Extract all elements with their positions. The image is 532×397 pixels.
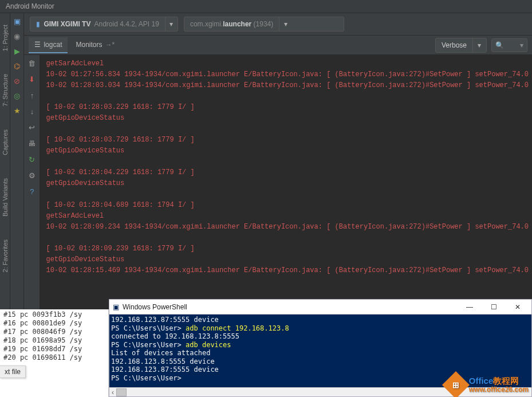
log-search[interactable]: 🔍 ▾: [491, 38, 527, 52]
chevron-down-icon[interactable]: ▾: [472, 38, 485, 52]
log-line: getGpioDeviceStatus: [46, 113, 529, 124]
log-line: [46, 124, 529, 135]
scroll-left-icon[interactable]: ‹: [109, 388, 116, 396]
ps-line: PS C:\Users\User> adb devices: [111, 341, 530, 349]
help-icon[interactable]: ?: [27, 187, 37, 196]
tab-captures[interactable]: Captures: [2, 129, 9, 155]
log-line: 10-02 01:28:09.234 1934-1934/com.xgimi.l…: [46, 222, 529, 233]
down-icon[interactable]: ↓: [27, 107, 37, 116]
ps-line: PS C:\Users\User> adb connect 192.168.12…: [111, 324, 530, 333]
log-line: getSarAdcLevel: [46, 58, 529, 69]
ps-line: 192.168.123.87:5555 device: [111, 316, 530, 324]
tab-project[interactable]: 1: Project: [2, 25, 9, 51]
tab-favorites[interactable]: 2: Favorites: [2, 239, 9, 272]
tab-logcat-label: logcat: [44, 41, 62, 49]
stack-row: #19 pc 01698dd7 /sy: [3, 345, 105, 353]
close-button[interactable]: ✕: [506, 301, 529, 313]
stack-row: #18 pc 01698a95 /sy: [3, 336, 105, 345]
struct-icon[interactable]: ⌬: [13, 61, 22, 70]
stack-row: #15 pc 0093f1b3 /sy: [3, 310, 105, 319]
watermark-url: www.office26.com: [469, 386, 529, 394]
log-line: getGpioDeviceStatus: [46, 146, 529, 156]
log-line: [ 10-02 01:28:04.689 1618: 1794 I/ ]: [46, 200, 529, 211]
wrap-icon[interactable]: ↩: [27, 123, 37, 132]
process-pid: (1934): [254, 20, 274, 28]
ps-line: 192.168.123.8:5555 device: [111, 357, 530, 366]
chevron-down-icon[interactable]: ▾: [279, 17, 291, 31]
log-line: 10-02 01:28:03.034 1934-1934/com.xgimi.l…: [46, 80, 529, 91]
phone-icon: ▮: [36, 20, 40, 28]
log-line: [46, 156, 529, 167]
tab-monitors-label: Monitors: [76, 41, 102, 49]
logcat-icon: ☰: [34, 41, 41, 49]
device-info: Android 4.4.2, API 19: [94, 20, 159, 28]
powershell-title: Windows PowerShell: [123, 303, 187, 311]
logcat-tab-row: ☰ logcat Monitors →* Verbose ▾ 🔍 ▾: [24, 36, 532, 55]
log-line: [ 10-02 01:28:09.239 1618: 1779 I/ ]: [46, 243, 529, 254]
tab-monitors[interactable]: Monitors →*: [70, 37, 120, 53]
watermark: ⊞ Office教程网 www.office26.com: [446, 375, 529, 395]
tab-structure[interactable]: 7: Structure: [2, 74, 9, 107]
log-level-combo[interactable]: Verbose ▾: [435, 38, 487, 53]
ps-line: 192.168.123.87:5555 device: [111, 365, 530, 374]
minimize-button[interactable]: —: [458, 301, 481, 313]
watermark-icon: ⊞: [442, 371, 470, 397]
log-level-value: Verbose: [436, 41, 472, 49]
log-line: [ 10-02 01:28:03.729 1618: 1779 I/ ]: [46, 135, 529, 146]
log-line: getSarAdcLevel: [46, 211, 529, 222]
tab-build-variants[interactable]: Build Variants: [2, 178, 9, 217]
log-line: getGpioDeviceStatus: [46, 178, 529, 189]
gear-icon[interactable]: ⚙: [27, 171, 37, 180]
powershell-titlebar[interactable]: ▣ Windows PowerShell — ☐ ✕: [109, 300, 531, 315]
stack-row: #17 pc 008046f9 /sy: [3, 328, 105, 336]
star-icon[interactable]: ★: [13, 106, 22, 115]
device-icon[interactable]: ▣: [13, 17, 22, 26]
target-icon[interactable]: ◎: [13, 91, 22, 100]
txt-file-tab[interactable]: xt file: [0, 365, 26, 378]
device-name: GIMI XGIMI TV: [44, 20, 90, 28]
stack-row: #16 pc 00801de9 /sy: [3, 319, 105, 328]
up-icon[interactable]: ↑: [27, 91, 37, 100]
process-name: launcher: [223, 20, 251, 28]
android-monitor-title: Android Monitor: [0, 0, 532, 13]
ps-line: connected to 192.168.123.8:5555: [111, 332, 530, 341]
export-icon[interactable]: ⬇: [27, 74, 37, 84]
search-input[interactable]: [506, 41, 518, 49]
print-icon[interactable]: 🖶: [27, 139, 37, 148]
log-line: 10-02 01:27:56.834 1934-1934/com.xgimi.l…: [46, 69, 529, 80]
log-line: [46, 233, 529, 243]
chevron-down-icon[interactable]: ▾: [520, 41, 523, 49]
chevron-down-icon[interactable]: ▾: [165, 17, 178, 31]
ps-line: List of devices attached: [111, 349, 530, 357]
scroll-thumb[interactable]: [116, 388, 127, 396]
stack-trace-pane[interactable]: #15 pc 0093f1b3 /sy#16 pc 00801de9 /sy#1…: [0, 309, 109, 397]
process-combo[interactable]: com.xgimi.launcher (1934) ▾: [184, 17, 344, 32]
maximize-button[interactable]: ☐: [482, 301, 505, 313]
log-line: [ 10-02 01:28:04.229 1618: 1779 I/ ]: [46, 167, 529, 178]
powershell-icon: ▣: [113, 303, 119, 311]
restart-icon[interactable]: ↻: [27, 155, 37, 164]
camera-icon[interactable]: ◉: [13, 32, 22, 41]
log-line: [ 10-02 01:28:03.229 1618: 1779 I/ ]: [46, 102, 529, 113]
search-icon: 🔍: [495, 41, 504, 49]
stack-row: #20 pc 01698611 /sy: [3, 353, 105, 362]
play-icon[interactable]: ▶: [13, 46, 22, 56]
log-line: [46, 91, 529, 102]
trash-icon[interactable]: 🗑: [27, 58, 37, 68]
tab-logcat[interactable]: ☰ logcat: [29, 37, 68, 53]
popout-icon: →*: [105, 41, 115, 49]
log-line: [46, 189, 529, 200]
log-line: getGpioDeviceStatus: [46, 254, 529, 265]
log-line: 10-02 01:28:15.469 1934-1934/com.xgimi.l…: [46, 265, 529, 276]
stop-icon[interactable]: ⊘: [13, 76, 22, 85]
device-combo[interactable]: ▮ GIMI XGIMI TV Android 4.4.2, API 19 ▾: [30, 17, 178, 32]
device-selector-row: ▮ GIMI XGIMI TV Android 4.4.2, API 19 ▾ …: [24, 13, 532, 36]
